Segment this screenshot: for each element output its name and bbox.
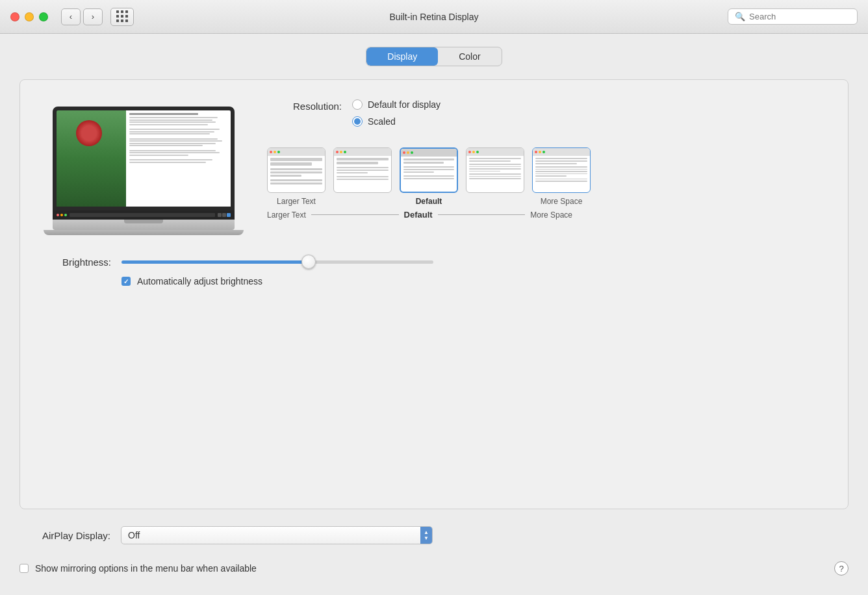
bottom-section: Show mirroring options in the menu bar w… — [19, 555, 849, 582]
checkmark-icon: ✓ — [123, 278, 129, 285]
scale-preview-more-space[interactable] — [532, 147, 591, 193]
main-content: Display Color — [0, 34, 868, 595]
arrow-up-icon: ▲ — [424, 530, 429, 535]
grid-view-button[interactable] — [110, 8, 134, 26]
scale-item-default[interactable]: Default — [400, 147, 458, 206]
radio-default[interactable] — [352, 99, 363, 110]
resolution-row: Resolution: Default for display — [267, 99, 822, 127]
back-button[interactable]: ‹ — [61, 8, 81, 25]
scale-item-4[interactable] — [466, 147, 524, 206]
search-bar[interactable]: 🔍 — [728, 8, 858, 25]
airplay-select[interactable]: Off ▲ ▼ — [121, 526, 433, 544]
search-icon: 🔍 — [735, 12, 745, 21]
segmented-control: Display Color — [19, 47, 849, 66]
scale-preview-4[interactable] — [466, 147, 524, 193]
brightness-slider[interactable] — [121, 255, 433, 268]
brightness-section: Brightness: ✓ Automatically adjust brigh… — [46, 255, 822, 286]
scale-range-left: Larger Text — [267, 210, 306, 220]
laptop-preview — [46, 99, 241, 242]
airplay-value: Off — [128, 530, 140, 540]
screen-overlay — [57, 110, 231, 207]
maximize-button[interactable] — [39, 12, 48, 21]
select-arrows-icon: ▲ ▼ — [420, 527, 432, 544]
top-row: Resolution: Default for display — [46, 99, 822, 242]
mirroring-row: Show mirroring options in the menu bar w… — [19, 563, 257, 574]
resolution-label: Resolution: — [267, 99, 342, 112]
search-input[interactable] — [749, 12, 847, 21]
tab-display[interactable]: Display — [366, 47, 438, 66]
radio-default-label: Default for display — [368, 99, 440, 110]
airplay-label: AirPlay Display: — [19, 530, 110, 541]
tab-color[interactable]: Color — [438, 47, 501, 66]
laptop-notch — [124, 220, 163, 223]
auto-brightness-row: ✓ Automatically adjust brightness — [121, 276, 822, 286]
screen-right — [126, 110, 231, 207]
scale-preview-2[interactable] — [333, 147, 392, 193]
window-title: Built-in Retina Display — [390, 12, 479, 22]
laptop-shadow — [44, 230, 244, 235]
close-button[interactable] — [10, 12, 19, 21]
content-panel: Resolution: Default for display — [19, 79, 849, 509]
forward-button[interactable]: › — [83, 8, 103, 25]
nav-buttons: ‹ › — [61, 8, 103, 25]
auto-brightness-checkbox[interactable]: ✓ — [121, 277, 131, 286]
resolution-option-default[interactable]: Default for display — [352, 99, 440, 110]
titlebar: ‹ › Built-in Retina Display 🔍 — [0, 0, 868, 34]
scale-preview-larger[interactable] — [267, 147, 326, 193]
right-column: Resolution: Default for display — [267, 99, 822, 220]
laptop-base — [53, 220, 235, 230]
auto-brightness-label: Automatically adjust brightness — [137, 276, 262, 286]
brightness-row: Brightness: — [46, 255, 822, 268]
scale-item-2[interactable] — [333, 147, 392, 206]
scale-range-right: More Space — [530, 210, 572, 220]
slider-thumb[interactable] — [301, 255, 316, 269]
airplay-section: AirPlay Display: Off ▲ ▼ — [19, 526, 849, 544]
mirroring-checkbox[interactable] — [19, 564, 29, 573]
radio-scaled[interactable] — [352, 116, 363, 127]
resolution-option-scaled[interactable]: Scaled — [352, 116, 440, 127]
help-button[interactable]: ? — [834, 561, 849, 576]
arrow-down-icon: ▼ — [424, 536, 429, 541]
scale-label-more-space: More Space — [541, 197, 583, 206]
scale-item-larger-text[interactable]: Larger Text — [267, 147, 326, 206]
scale-item-more-space[interactable]: More Space — [532, 147, 591, 206]
tab-container: Display Color — [366, 47, 502, 66]
grid-icon — [116, 10, 129, 23]
screen-left — [57, 110, 126, 207]
laptop-screen — [53, 107, 235, 210]
laptop-wrapper — [53, 107, 235, 235]
scale-options: Larger Text — [267, 147, 822, 206]
slider-track — [121, 260, 433, 264]
scale-preview-default[interactable] — [400, 147, 458, 193]
scale-label-larger: Larger Text — [277, 197, 316, 206]
traffic-lights — [10, 12, 48, 21]
radio-scaled-label: Scaled — [368, 116, 396, 127]
scale-range-middle: Default — [404, 210, 433, 220]
mirroring-label: Show mirroring options in the menu bar w… — [35, 563, 257, 574]
minimize-button[interactable] — [25, 12, 34, 21]
radio-scaled-inner — [354, 118, 361, 125]
poppy-image — [76, 120, 102, 146]
scale-label-default: Default — [416, 197, 442, 206]
brightness-label: Brightness: — [46, 257, 111, 268]
